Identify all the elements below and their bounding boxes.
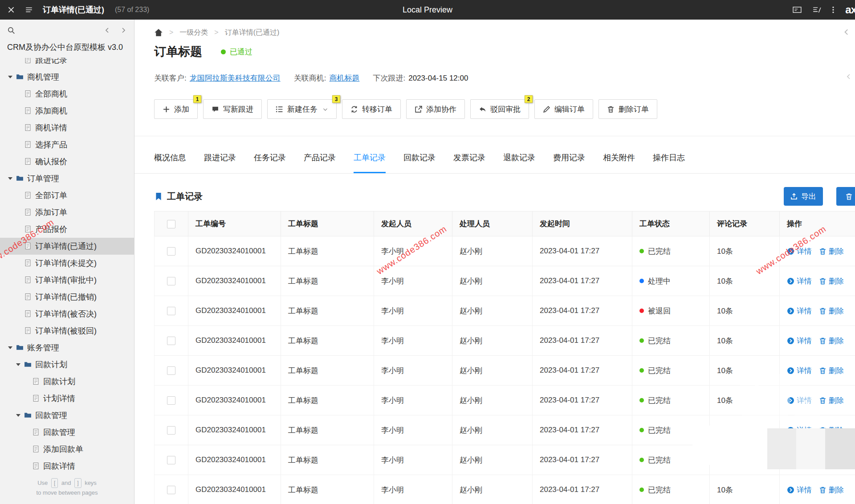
sidebar-page-item[interactable]: 计划详情	[0, 390, 134, 407]
more-options-icon[interactable]	[832, 6, 835, 14]
write-follow-up-button[interactable]: 写新跟进	[203, 99, 262, 119]
row-checkbox[interactable]	[167, 277, 175, 285]
sidebar-page-item[interactable]: 回款管理	[0, 424, 134, 441]
trash-icon	[819, 337, 826, 345]
sidebar-page-item[interactable]: 全部商机	[0, 85, 134, 102]
select-all-checkbox[interactable]	[167, 220, 175, 228]
delete-link[interactable]: 删除	[819, 455, 844, 465]
collapse-notes-icon[interactable]	[845, 73, 852, 80]
annotation-badge[interactable]: 3	[332, 95, 340, 103]
reject-approval-button[interactable]: 驳回审批2	[470, 99, 529, 119]
axure-logo[interactable]: ax	[845, 4, 855, 16]
inspect-icon[interactable]	[812, 6, 821, 14]
sidebar-folder[interactable]: 商机管理	[0, 69, 134, 85]
row-checkbox[interactable]	[167, 247, 175, 256]
close-icon[interactable]	[7, 6, 15, 14]
sidebar-page-item[interactable]: 产品报价	[0, 221, 134, 238]
caret-down-icon	[16, 414, 20, 417]
detail-link[interactable]: 详情	[787, 276, 812, 286]
tab-6[interactable]: 发票记录	[453, 152, 485, 173]
secondary-action-button[interactable]	[836, 187, 855, 206]
edit-order-button[interactable]: 编辑订单	[534, 99, 593, 119]
row-checkbox[interactable]	[167, 396, 175, 405]
tab-8[interactable]: 费用记录	[553, 152, 585, 173]
export-button[interactable]: 导出	[784, 187, 823, 206]
sidebar-page-item[interactable]: 确认报价	[0, 153, 134, 170]
row-checkbox[interactable]	[167, 456, 175, 464]
tab-7[interactable]: 退款记录	[503, 152, 535, 173]
tab-4[interactable]: 工单记录	[354, 152, 386, 173]
transfer-order-button[interactable]: 转移订单	[342, 99, 401, 119]
tab-10[interactable]: 操作日志	[653, 152, 685, 173]
sidebar-folder[interactable]: 账务管理	[0, 339, 134, 356]
sidebar-page-item[interactable]: 回款计划	[0, 373, 134, 390]
sidebar-page-item[interactable]: 添加商机	[0, 102, 134, 119]
delete-link[interactable]: 删除	[819, 306, 844, 316]
sidebar-page-item[interactable]: 添加回款单	[0, 441, 134, 458]
tab-1[interactable]: 跟进记录	[204, 152, 236, 173]
sidebar-page-item[interactable]: 回款详情	[0, 458, 134, 475]
delete-link[interactable]: 删除	[819, 395, 844, 406]
detail-link[interactable]: 详情	[787, 306, 812, 316]
sidebar-folder[interactable]: 回款管理	[0, 407, 134, 424]
menu-icon[interactable]	[25, 6, 33, 14]
row-checkbox[interactable]	[167, 426, 175, 435]
delete-link[interactable]: 删除	[819, 366, 844, 376]
detail-link[interactable]: 详情	[787, 485, 812, 495]
sidebar-page-item[interactable]: 订单详情(已通过)	[0, 238, 134, 255]
sidebar-page-item[interactable]: 全部订单	[0, 187, 134, 204]
sidebar-item-label: 订单管理	[27, 173, 59, 184]
home-icon[interactable]	[154, 28, 163, 37]
sidebar-page-item[interactable]: 跟进记录	[0, 58, 134, 69]
delete-link[interactable]: 删除	[819, 336, 844, 346]
sidebar-page-item[interactable]: 订单详情(审批中)	[0, 272, 134, 289]
delete-link[interactable]: 删除	[819, 425, 844, 435]
detail-link[interactable]: 详情	[787, 395, 812, 406]
sidebar-folder[interactable]: 回款计划	[0, 356, 134, 373]
add-collaboration-button[interactable]: 添加协作	[406, 99, 465, 119]
sidebar-page-item[interactable]: 订单详情(被驳回)	[0, 322, 134, 339]
reject-approval-icon	[479, 106, 486, 113]
add-button[interactable]: 添加1	[154, 99, 198, 119]
collapse-panel-icon[interactable]	[843, 28, 851, 36]
delete-link[interactable]: 删除	[819, 276, 844, 286]
new-task-button[interactable]: 新建任务3	[267, 99, 337, 119]
sidebar-page-item[interactable]: 订单详情(未提交)	[0, 255, 134, 272]
detail-link[interactable]: 详情	[787, 455, 812, 465]
row-checkbox[interactable]	[167, 366, 175, 375]
console-icon[interactable]	[793, 6, 802, 14]
tab-3[interactable]: 产品记录	[304, 152, 336, 173]
button-label: 删除订单	[619, 104, 649, 114]
delete-link[interactable]: 删除	[819, 485, 844, 495]
row-checkbox[interactable]	[167, 307, 175, 315]
detail-label: 详情	[797, 455, 812, 465]
annotation-badge[interactable]: 1	[193, 95, 201, 103]
tab-9[interactable]: 相关附件	[603, 152, 635, 173]
sidebar-page-item[interactable]: 商机详情	[0, 119, 134, 136]
prev-page-icon[interactable]	[104, 27, 111, 34]
tab-2[interactable]: 任务记录	[254, 152, 286, 173]
customer-link[interactable]: 龙国阿拉斯美科技有限公司	[190, 73, 281, 83]
detail-link[interactable]: 详情	[787, 366, 812, 376]
delete-order-button[interactable]: 删除订单	[598, 99, 657, 119]
detail-link[interactable]: 详情	[787, 336, 812, 346]
sidebar-page-item[interactable]: 订单详情(被否决)	[0, 305, 134, 322]
transfer-order-icon	[350, 106, 358, 113]
next-page-icon[interactable]	[120, 27, 127, 34]
detail-link[interactable]: 详情	[787, 246, 812, 256]
opportunity-link[interactable]: 商机标题	[329, 73, 359, 83]
sidebar-page-item[interactable]: 订单详情(已撤销)	[0, 289, 134, 305]
status-label: 已完结	[648, 455, 671, 465]
sidebar-page-item[interactable]: 选择产品	[0, 136, 134, 153]
breadcrumb-item-category[interactable]: 一级分类	[179, 28, 208, 37]
sidebar-page-item[interactable]: 添加订单	[0, 204, 134, 221]
row-checkbox[interactable]	[167, 486, 175, 494]
detail-link[interactable]: 详情	[787, 425, 812, 435]
annotation-badge[interactable]: 2	[525, 95, 533, 103]
delete-link[interactable]: 删除	[819, 246, 844, 256]
search-icon[interactable]	[7, 26, 15, 34]
sidebar-folder[interactable]: 订单管理	[0, 170, 134, 187]
row-checkbox[interactable]	[167, 337, 175, 345]
tab-0[interactable]: 概况信息	[154, 152, 186, 173]
tab-5[interactable]: 回款记录	[403, 152, 436, 173]
